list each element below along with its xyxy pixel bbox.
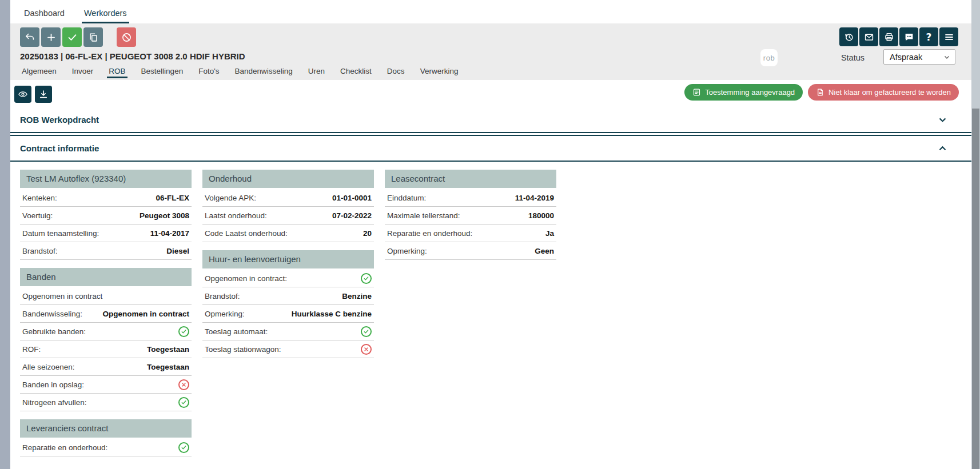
row-label: Opgenomen in contract: xyxy=(205,274,287,283)
row-value: 07-02-2022 xyxy=(332,211,372,220)
row-label: Banden in opslag: xyxy=(22,380,84,389)
status-dropdown-value: Afspraak xyxy=(890,53,922,62)
download-icon xyxy=(38,89,49,99)
tab-uren[interactable]: Uren xyxy=(306,67,326,78)
contract-row: Nitrogeen afvullen: xyxy=(20,394,192,411)
history-button[interactable] xyxy=(839,27,858,46)
scrollbar-thumb[interactable] xyxy=(972,109,979,469)
header-band: ? 20250183 | 06-FL-EX | PEUGEOT 3008 2.0… xyxy=(10,23,971,80)
contract-row: Laatst onderhoud:07-02-2022 xyxy=(202,207,374,225)
card-column: LeasecontractEinddatum:11-04-2019Maximal… xyxy=(385,170,556,260)
row-label: Toeslag stationwagon: xyxy=(205,345,281,354)
plus-icon xyxy=(46,32,57,43)
record-toolbar xyxy=(20,27,971,47)
contract-row: Brandstof:Diesel xyxy=(20,242,192,260)
row-label: Voertuig: xyxy=(22,211,53,220)
history-icon xyxy=(844,32,854,42)
undo-icon xyxy=(25,32,35,43)
row-label: Laatst onderhoud: xyxy=(205,211,267,220)
check-circle-icon xyxy=(178,326,189,337)
tab-content: Toestemming aangevraagdNiet klaar om gef… xyxy=(10,80,971,469)
document-icon xyxy=(816,88,824,97)
vertical-scrollbar[interactable] xyxy=(971,0,980,469)
back-button[interactable] xyxy=(20,27,39,47)
tab-verwerking[interactable]: Verwerking xyxy=(419,67,460,78)
werkorder-sub-tabs: AlgemeenInvoerROBBestellingenFoto'sBande… xyxy=(20,67,971,78)
row-value: Opgenomen in contract xyxy=(102,310,189,318)
tab-rob[interactable]: ROB xyxy=(107,67,127,78)
row-value: Toegestaan xyxy=(147,363,189,371)
chat-button[interactable] xyxy=(899,27,918,46)
eye-icon xyxy=(18,89,28,99)
section-title: ROB Werkopdracht xyxy=(20,115,99,125)
contract-row: Opmerking:Huurklasse C benzine xyxy=(202,305,374,323)
help-button[interactable]: ? xyxy=(919,27,938,46)
chevron-down-icon xyxy=(938,115,947,125)
add-button[interactable] xyxy=(41,27,61,47)
row-label: Volgende APK: xyxy=(205,194,256,202)
main-tab-werkorders[interactable]: Werkorders xyxy=(82,9,129,23)
tab-checklist[interactable]: Checklist xyxy=(338,67,373,78)
card-leveranciers-contract: Leveranciers contractReparatie en onderh… xyxy=(20,419,192,456)
tab-algemeen[interactable]: Algemeen xyxy=(20,67,58,78)
row-label: Opmerking: xyxy=(205,310,245,318)
check-circle-icon xyxy=(178,442,189,453)
row-label: Reparatie en onderhoud: xyxy=(22,443,107,452)
row-label: Datum tenaamstelling: xyxy=(22,229,99,238)
card-test-lm-autoflex-923340: Test LM Autoflex (923340)Kenteken:06-FL-… xyxy=(20,170,192,260)
row-value: Ja xyxy=(545,229,554,238)
row-value: 01-01-0001 xyxy=(332,194,372,202)
cross-circle-icon xyxy=(361,344,372,355)
row-label: Brandstof: xyxy=(205,292,240,300)
utility-toolbar: ? xyxy=(839,27,958,46)
row-label: Reparatie en onderhoud: xyxy=(387,229,472,238)
card-title: Leveranciers contract xyxy=(20,419,192,438)
tab-docs[interactable]: Docs xyxy=(385,67,407,78)
check-circle-icon xyxy=(361,326,372,337)
section-contract-informatie[interactable]: Contract informatie xyxy=(10,135,971,162)
contract-row: Volgende APK:01-01-0001 xyxy=(202,189,374,207)
tab-invoer[interactable]: Invoer xyxy=(70,67,95,78)
view-button[interactable] xyxy=(14,86,31,103)
check-circle-icon xyxy=(178,397,189,408)
row-label: Gebruikte banden: xyxy=(22,327,86,336)
contract-row: Voertuig:Peugeot 3008 xyxy=(20,207,192,225)
contract-row: Kenteken:06-FL-EX xyxy=(20,189,192,207)
contract-row: Opmerking:Geen xyxy=(385,242,556,260)
card-title: Onderhoud xyxy=(202,170,374,188)
menu-button[interactable] xyxy=(939,27,958,46)
contract-row: Maximale tellerstand:180000 xyxy=(385,207,556,225)
confirm-button[interactable] xyxy=(62,27,82,47)
row-label: Opmerking: xyxy=(387,247,427,255)
print-button[interactable] xyxy=(879,27,898,46)
badge-toestemming-aangevraagd[interactable]: Toestemming aangevraagd xyxy=(684,84,803,101)
download-button[interactable] xyxy=(35,86,52,103)
row-value: Huurklasse C benzine xyxy=(292,310,372,318)
cancel-button[interactable] xyxy=(117,27,136,47)
row-value: Peugeot 3008 xyxy=(140,211,189,220)
card-column: Test LM Autoflex (923340)Kenteken:06-FL-… xyxy=(20,170,192,456)
contract-cards: Test LM Autoflex (923340)Kenteken:06-FL-… xyxy=(20,170,971,456)
row-value: Diesel xyxy=(166,247,189,255)
email-button[interactable] xyxy=(859,27,878,46)
contract-row: Opgenomen in contract: xyxy=(202,270,374,287)
card-title: Huur- en leenvoertuigen xyxy=(202,250,374,268)
copy-button[interactable] xyxy=(83,27,103,47)
row-value: 11-04-2017 xyxy=(150,229,189,238)
badge-niet-klaar-om-gefactureerd-te-worden[interactable]: Niet klaar om gefactureerd te worden xyxy=(808,84,959,101)
tab-foto-s[interactable]: Foto's xyxy=(197,67,221,78)
contract-row: Reparatie en onderhoud: xyxy=(20,439,192,456)
main-tab-dashboard[interactable]: Dashboard xyxy=(22,9,67,23)
tab-bandenwisseling[interactable]: Bandenwisseling xyxy=(233,67,294,78)
main-nav-tabs: DashboardWerkorders xyxy=(22,9,129,23)
status-dropdown[interactable]: Afspraak xyxy=(883,49,955,65)
copy-icon xyxy=(88,32,99,43)
section-rob-werkopdracht[interactable]: ROB Werkopdracht xyxy=(10,107,971,133)
card-huur-en-leenvoertuigen: Huur- en leenvoertuigenOpgenomen in cont… xyxy=(202,250,374,358)
badge-label: Toestemming aangevraagd xyxy=(705,88,795,97)
checklist-icon xyxy=(692,88,701,97)
row-label: Toeslag automaat: xyxy=(205,327,268,336)
main-nav-bar: DashboardWerkorders xyxy=(10,0,971,23)
status-label: Status xyxy=(841,53,865,62)
tab-bestellingen[interactable]: Bestellingen xyxy=(140,67,185,78)
